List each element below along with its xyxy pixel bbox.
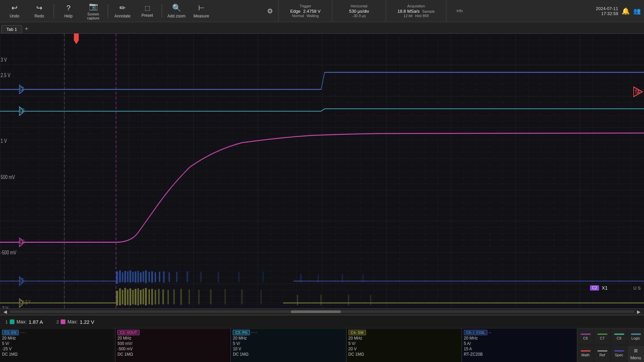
svg-rect-12 [135, 272, 137, 283]
c7-color-bar [597, 334, 607, 335]
ref-color-bar [597, 350, 607, 352]
svg-text:TA: TA [635, 88, 640, 95]
svg-rect-2 [0, 34, 644, 315]
scrollbar[interactable]: ◀ ▶ [0, 308, 644, 315]
acquisition-bits: 12 bit [404, 14, 413, 18]
trigger-type: Edge [290, 9, 300, 14]
screen-capture-button[interactable]: 📷 Screencapture [82, 1, 105, 21]
svg-rect-27 [238, 272, 239, 282]
svg-rect-30 [318, 274, 319, 283]
tab-1[interactable]: Tab 1 [1, 25, 22, 33]
channel-footer: C1- EN ···· 20 MHz 5 V/ -25 V DC 1MΩ C2-… [0, 328, 577, 362]
pen-icon: ✏ [119, 4, 125, 12]
svg-rect-8 [124, 271, 126, 283]
ch2-coupling: DC 1MΩ [117, 352, 228, 357]
ch4-footer[interactable]: C4- SW 20 MHz 5 V/ 20 V DC 1MΩ [346, 328, 462, 362]
measure-button[interactable]: ⊢ Measure [190, 1, 213, 21]
tabbar: Tab 1 + [0, 22, 644, 34]
help-button[interactable]: ? Help [57, 1, 80, 21]
svg-rect-5 [116, 272, 118, 284]
svg-rect-35 [122, 290, 123, 304]
trigger-panel[interactable]: Trigger Edge 2.4758 V Normal Waiting [278, 0, 332, 22]
ch4-bw: 20 MHz [348, 336, 460, 341]
ch5-dash: – [489, 330, 491, 335]
svg-rect-48 [158, 289, 160, 304]
svg-text:C5: C5 [20, 278, 25, 284]
tab-add-button[interactable]: + [22, 25, 31, 33]
svg-rect-21 [163, 272, 165, 283]
redo-button[interactable]: ↪ Redo [28, 1, 51, 21]
svg-rect-38 [129, 288, 131, 305]
svg-rect-19 [155, 273, 156, 282]
svg-rect-39 [132, 290, 133, 304]
ch3-bw: 20 MHz [233, 336, 344, 341]
spec-color-bar [614, 350, 624, 352]
svg-rect-10 [129, 270, 131, 283]
acquisition-mode: Sample [422, 9, 435, 13]
ch5-footer[interactable]: C5- I_COIL – 20 MHz 5 A/ 15 A RT-ZC20B [462, 328, 577, 362]
ref-button[interactable]: Ref [594, 346, 610, 362]
acquisition-title: Acquisition [407, 4, 425, 8]
ch1-footer[interactable]: C1- EN ···· 20 MHz 5 V/ -25 V DC 1MΩ [0, 328, 115, 362]
svg-rect-41 [138, 288, 139, 305]
x1-unit: U S [633, 286, 641, 291]
preset-button[interactable]: ⬚ Preset [136, 1, 159, 21]
c7-button[interactable]: C7 [594, 328, 610, 345]
ch1-scale: 5 V/ [2, 341, 113, 346]
svg-rect-52 [180, 289, 182, 305]
top-panels: Trigger Edge 2.4758 V Normal Waiting Hor… [278, 0, 577, 22]
svg-rect-11 [132, 272, 133, 282]
svg-text:C2: C2 [20, 239, 24, 245]
spec-button[interactable]: Spec [611, 346, 627, 362]
annotate-button[interactable]: ✏ Annotate [111, 1, 134, 21]
ch2-scale: 500 mV/ [117, 341, 228, 346]
trigger-voltage: 2.4758 V [303, 9, 321, 14]
svg-rect-47 [155, 290, 156, 304]
horizontal-title: Horizontal [351, 4, 368, 8]
meas-num-2: 2 [56, 319, 59, 324]
svg-rect-44 [145, 288, 147, 305]
ch2-name: C2- VOUT [117, 330, 139, 335]
svg-rect-24 [186, 272, 188, 282]
scroll-track[interactable] [10, 310, 634, 313]
horizontal-panel[interactable]: Horizontal 530 µs/div -30.9 µs [332, 0, 386, 22]
acquisition-panel[interactable]: Acquisition 18.8 MSa/s Sample 12 bit His… [386, 0, 446, 22]
logic-button[interactable]: Logic [628, 328, 644, 345]
add-zoom-button[interactable]: 🔍 Add zoom [165, 1, 188, 21]
meas-ch-badge-1 [10, 319, 14, 324]
meas-label-2: Max: [67, 319, 77, 324]
c8-color-bar [614, 334, 624, 335]
svg-rect-37 [127, 289, 128, 305]
bell-icon[interactable]: 🔔 [622, 7, 630, 15]
redo-icon: ↪ [36, 4, 42, 12]
ch2-footer[interactable]: C2- VOUT 20 MHz 500 mV/ -500 mV DC 1MΩ [115, 328, 231, 362]
svg-rect-56 [224, 289, 226, 304]
user-icon[interactable]: 👥 [633, 7, 641, 15]
scroll-thumb[interactable] [291, 310, 341, 313]
ch5-coupling: RT-ZC20B [464, 352, 575, 357]
svg-text:C1: C1 [20, 86, 24, 92]
toolbar-separator-2 [108, 4, 108, 18]
math-button[interactable]: Math [577, 346, 594, 362]
c6-button[interactable]: C6 [577, 328, 594, 345]
svg-rect-34 [119, 288, 121, 305]
x1-ch-badge: C2 [590, 285, 599, 291]
svg-rect-62 [370, 295, 371, 305]
info-panel[interactable]: Info [446, 0, 473, 22]
x1-input[interactable] [610, 286, 631, 291]
gear-button[interactable]: ⚙ [262, 0, 278, 22]
ch3-scale: 5 V/ [233, 341, 344, 346]
svg-rect-36 [124, 288, 126, 305]
svg-rect-20 [159, 272, 160, 282]
svg-rect-51 [173, 289, 175, 304]
scroll-left-button[interactable]: ◀ [3, 309, 7, 314]
ch3-footer[interactable]: C3- PG ···· 20 MHz 5 V/ 10 V DC 1MΩ [231, 328, 346, 362]
svg-rect-53 [189, 289, 190, 304]
menu-button[interactable]: ≡ Menu [628, 346, 644, 362]
svg-rect-42 [140, 290, 142, 304]
undo-button[interactable]: ↩ Undo [3, 1, 26, 21]
scroll-right-button[interactable]: ▶ [637, 309, 641, 314]
svg-text:2.5 V: 2.5 V [1, 72, 10, 78]
svg-rect-54 [198, 290, 200, 304]
c8-button[interactable]: C8 [611, 328, 627, 345]
